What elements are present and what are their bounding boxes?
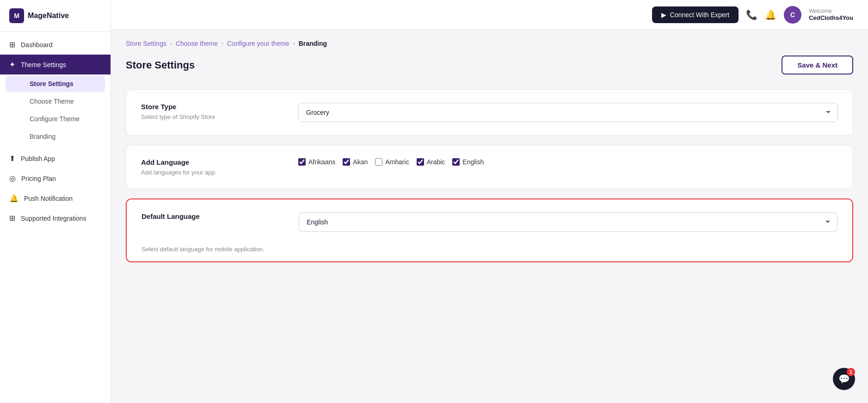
avatar: C [784, 6, 801, 24]
sidebar-sub-store-settings[interactable]: Store Settings [6, 75, 105, 92]
lang-arabic[interactable]: Arabic [417, 158, 445, 166]
lang-akan-checkbox[interactable] [343, 158, 350, 166]
publish-icon: ⬆ [9, 154, 15, 163]
sidebar-item-theme-settings[interactable]: ✦ Theme Settings [0, 55, 111, 74]
breadcrumb: Store Settings › Choose theme › Configur… [126, 30, 853, 56]
lang-amharic-checkbox[interactable] [375, 158, 382, 166]
breadcrumb-configure-theme[interactable]: Configure your theme [227, 40, 289, 47]
lang-akan[interactable]: Akan [343, 158, 368, 166]
publish-app-label: Publish App [21, 155, 55, 162]
logo-icon: M [9, 8, 24, 23]
lang-amharic-label: Amharic [385, 158, 409, 166]
bell-icon[interactable]: 🔔 [765, 9, 776, 20]
breadcrumb-sep-3: › [293, 40, 295, 47]
store-type-control: Grocery Fashion Electronics Food & Bever… [298, 103, 838, 122]
topbar: ▶ Connect With Expert 📞 🔔 C Welcome CedC… [111, 0, 868, 30]
store-type-label: Store Type [141, 103, 298, 111]
breadcrumb-branding: Branding [299, 40, 327, 47]
phone-icon[interactable]: 📞 [746, 9, 757, 20]
user-name: CedCloths4You [809, 14, 853, 22]
branding-label: Branding [30, 133, 55, 140]
page-title: Store Settings [126, 59, 195, 71]
lang-afrikaans-checkbox[interactable] [298, 158, 306, 166]
theme-settings-label: Theme Settings [21, 61, 66, 68]
lang-akan-label: Akan [353, 158, 368, 166]
sidebar-item-push-notification[interactable]: 🔔 Push Notification [0, 188, 111, 208]
breadcrumb-choose-theme[interactable]: Choose theme [176, 40, 218, 47]
push-notification-label: Push Notification [24, 195, 73, 202]
sidebar-item-publish-app[interactable]: ⬆ Publish App [0, 149, 111, 168]
breadcrumb-store-settings[interactable]: Store Settings [126, 40, 166, 47]
integrations-icon: ⊞ [9, 214, 15, 223]
main-wrapper: ▶ Connect With Expert 📞 🔔 C Welcome CedC… [111, 0, 868, 403]
breadcrumb-sep-1: › [170, 40, 172, 47]
sidebar-item-pricing-plan[interactable]: ◎ Pricing Plan [0, 168, 111, 188]
save-next-button[interactable]: Save & Next [782, 56, 853, 74]
chat-bubble[interactable]: 💬 1 [833, 368, 855, 390]
lang-afrikaans[interactable]: Afrikaans [298, 158, 335, 166]
supported-integrations-label: Supported Integrations [21, 215, 86, 222]
logo-area: M MageNative [0, 0, 111, 32]
default-language-label: Default Language [142, 212, 299, 220]
content-area: Store Settings › Choose theme › Configur… [111, 30, 868, 403]
default-language-row: Default Language English Afrikaans Akan … [127, 199, 852, 245]
user-info: Welcome CedCloths4You [809, 8, 853, 22]
add-language-card: Add Language Add languages for your app.… [126, 145, 853, 189]
theme-settings-icon: ✦ [9, 60, 15, 69]
pricing-plan-label: Pricing Plan [21, 175, 56, 182]
add-language-sublabel: Add languages for your app. [141, 169, 298, 176]
lang-english[interactable]: English [452, 158, 484, 166]
default-language-control: English Afrikaans Akan Arabic [299, 212, 837, 232]
language-grid: Afrikaans Akan Amharic Arabic [298, 158, 838, 166]
add-language-row: Add Language Add languages for your app.… [126, 145, 853, 189]
store-settings-label: Store Settings [30, 80, 74, 87]
pricing-icon: ◎ [9, 174, 16, 183]
lang-arabic-checkbox[interactable] [417, 158, 424, 166]
sidebar-sub-branding[interactable]: Branding [6, 128, 105, 145]
store-type-label-col: Store Type Select type of Shopify Store [141, 103, 298, 120]
sidebar-sub-configure-theme[interactable]: Configure Theme [6, 111, 105, 127]
lang-arabic-label: Arabic [427, 158, 445, 166]
store-type-card: Store Type Select type of Shopify Store … [126, 89, 853, 136]
default-language-select[interactable]: English Afrikaans Akan Arabic [299, 212, 837, 232]
connect-btn-label: Connect With Expert [670, 11, 729, 19]
add-language-label-col: Add Language Add languages for your app. [141, 158, 298, 176]
lang-amharic[interactable]: Amharic [375, 158, 409, 166]
notification-icon: 🔔 [9, 194, 18, 203]
store-type-select[interactable]: Grocery Fashion Electronics Food & Bever… [298, 103, 838, 122]
page-title-row: Store Settings Save & Next [126, 56, 853, 74]
sidebar-item-dashboard[interactable]: ⊞ Dashboard [0, 35, 111, 55]
store-type-sublabel: Select type of Shopify Store [141, 113, 298, 120]
sidebar-sub-choose-theme[interactable]: Choose Theme [6, 93, 105, 110]
choose-theme-label: Choose Theme [30, 98, 74, 105]
sidebar-item-supported-integrations[interactable]: ⊞ Supported Integrations [0, 208, 111, 228]
default-language-sublabel: Select default language for mobile appli… [142, 246, 265, 253]
lang-english-label: English [462, 158, 484, 166]
video-icon: ▶ [661, 11, 666, 19]
store-type-row: Store Type Select type of Shopify Store … [126, 90, 853, 135]
dashboard-label: Dashboard [21, 41, 53, 49]
connect-with-expert-button[interactable]: ▶ Connect With Expert [652, 6, 739, 23]
default-language-card: Default Language English Afrikaans Akan … [126, 198, 853, 262]
dashboard-icon: ⊞ [9, 40, 15, 49]
welcome-label: Welcome [809, 8, 853, 14]
language-checkboxes: Afrikaans Akan Amharic Arabic [298, 158, 838, 166]
default-language-label-col: Default Language [142, 212, 299, 223]
chat-badge: 1 [847, 368, 855, 376]
logo-text: MageNative [28, 12, 69, 20]
breadcrumb-sep-2: › [222, 40, 223, 47]
sidebar: M MageNative ⊞ Dashboard ✦ Theme Setting… [0, 0, 111, 403]
lang-english-checkbox[interactable] [452, 158, 460, 166]
add-language-label: Add Language [141, 158, 298, 166]
configure-theme-label: Configure Theme [30, 115, 80, 123]
lang-afrikaans-label: Afrikaans [308, 158, 335, 166]
